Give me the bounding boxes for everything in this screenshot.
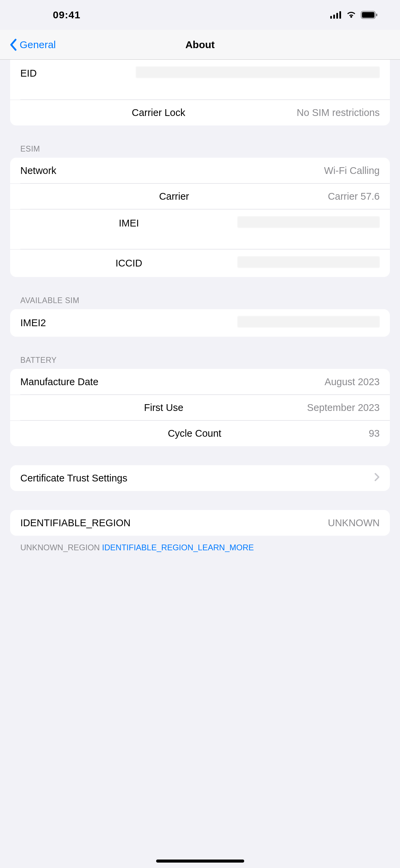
value-manufacture-date: August 2023 (324, 376, 380, 388)
back-button[interactable]: General (9, 39, 56, 51)
label-iccid: ICCID (115, 258, 142, 269)
back-label: General (20, 39, 56, 51)
header-battery: BATTERY (0, 337, 400, 369)
value-iccid (237, 256, 380, 270)
svg-rect-0 (330, 16, 332, 19)
home-indicator (156, 860, 244, 863)
label-imei: IMEI (119, 218, 139, 229)
chevron-left-icon (9, 39, 17, 51)
value-first-use: September 2023 (307, 402, 380, 413)
svg-rect-5 (362, 12, 375, 18)
value-imei (237, 216, 380, 230)
status-icons (330, 11, 378, 19)
redacted-imei (237, 216, 380, 228)
battery-icon (361, 11, 378, 19)
row-carrier[interactable]: Carrier Carrier 57.6 (10, 183, 390, 209)
group-region: IDENTIFIABLE_REGION UNKNOWN (10, 510, 390, 536)
value-carrier-lock: No SIM restrictions (297, 107, 380, 118)
row-certificate-trust[interactable]: Certificate Trust Settings (10, 465, 390, 491)
row-iccid[interactable]: ICCID (10, 249, 390, 277)
row-network[interactable]: Network Wi-Fi Calling (10, 158, 390, 183)
redacted-iccid (237, 256, 380, 268)
group-identifiers: EID Carrier Lock No SIM restrictions (10, 60, 390, 125)
group-esim: Network Wi-Fi Calling Carrier Carrier 57… (10, 158, 390, 277)
label-cycle-count: Cycle Count (168, 428, 221, 439)
label-imei2: IMEI2 (20, 317, 46, 329)
value-region: UNKNOWN (328, 517, 380, 529)
svg-rect-3 (339, 11, 341, 19)
group-available-sim: IMEI2 (10, 309, 390, 337)
status-bar: 09:41 (0, 0, 400, 30)
label-region: IDENTIFIABLE_REGION (20, 517, 131, 529)
group-battery: Manufacture Date August 2023 First Use S… (10, 369, 390, 446)
svg-rect-2 (336, 13, 338, 19)
svg-rect-6 (376, 14, 377, 16)
row-first-use[interactable]: First Use September 2023 (10, 395, 390, 420)
row-cycle-count[interactable]: Cycle Count 93 (10, 420, 390, 446)
value-network: Wi-Fi Calling (324, 165, 380, 176)
status-time: 09:41 (53, 9, 81, 21)
cellular-icon (330, 11, 342, 19)
row-carrier-lock[interactable]: Carrier Lock No SIM restrictions (10, 100, 390, 125)
label-certificate-trust: Certificate Trust Settings (20, 473, 127, 484)
svg-rect-1 (333, 15, 335, 19)
content: EID Carrier Lock No SIM restrictions ESI… (0, 60, 400, 868)
value-cycle-count: 93 (369, 428, 380, 439)
footer-link[interactable]: IDENTIFIABLE_REGION_LEARN_MORE (102, 543, 254, 552)
row-imei[interactable]: IMEI (10, 209, 390, 249)
value-carrier: Carrier 57.6 (328, 191, 380, 202)
label-carrier-lock: Carrier Lock (132, 107, 185, 118)
label-first-use: First Use (144, 402, 183, 413)
label-manufacture-date: Manufacture Date (20, 376, 99, 388)
footer-region: UNKNOWN_REGION IDENTIFIABLE_REGION_LEARN… (0, 536, 400, 553)
redacted-eid (136, 66, 380, 78)
row-manufacture-date[interactable]: Manufacture Date August 2023 (10, 369, 390, 395)
wifi-icon (346, 11, 357, 19)
group-certificate: Certificate Trust Settings (10, 465, 390, 491)
row-eid[interactable]: EID (10, 60, 390, 100)
page-title: About (185, 39, 215, 51)
header-available-sim: AVAILABLE SIM (0, 277, 400, 309)
header-esim: ESIM (0, 125, 400, 158)
row-region[interactable]: IDENTIFIABLE_REGION UNKNOWN (10, 510, 390, 536)
label-carrier: Carrier (159, 191, 189, 202)
footer-text: UNKNOWN_REGION (20, 543, 102, 552)
nav-bar: General About (0, 30, 400, 60)
label-eid: EID (20, 68, 37, 79)
row-imei2[interactable]: IMEI2 (10, 309, 390, 337)
value-imei2 (237, 316, 380, 330)
label-network: Network (20, 165, 56, 176)
chevron-right-icon (374, 473, 380, 484)
redacted-imei2 (237, 316, 380, 328)
value-eid (136, 66, 380, 80)
